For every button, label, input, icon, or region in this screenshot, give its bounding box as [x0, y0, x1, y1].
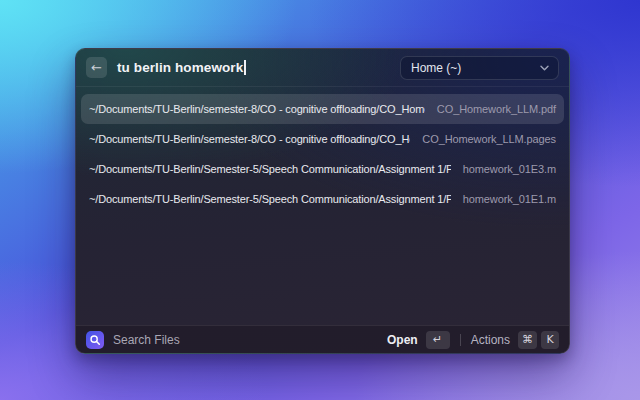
k-key-badge: K [541, 331, 559, 349]
search-query-text: tu berlin homework [117, 60, 243, 75]
chevron-down-icon [540, 65, 549, 71]
result-path: ~/Documents/TU-Berlin/Semester-5/Speech … [89, 193, 451, 205]
magnifier-icon [89, 334, 101, 346]
result-path: ~/Documents/TU-Berlin/Semester-5/Speech … [89, 163, 451, 175]
search-files-app-icon [86, 331, 104, 349]
result-path: ~/Documents/TU-Berlin/semester-8/CO - co… [89, 133, 410, 145]
result-filename: homework_01E1.m [463, 193, 556, 205]
empty-results-area [76, 214, 569, 325]
footer-actions: Open ↵ Actions ⌘ K [387, 331, 559, 349]
cmd-key-badge: ⌘ [518, 331, 537, 349]
result-row[interactable]: ~/Documents/TU-Berlin/semester-8/CO - co… [81, 94, 564, 124]
back-arrow-icon: ← [91, 60, 102, 75]
result-path: ~/Documents/TU-Berlin/semester-8/CO - co… [89, 103, 425, 115]
enter-key-badge: ↵ [426, 331, 450, 349]
result-filename: homework_01E3.m [463, 163, 556, 175]
results-list: ~/Documents/TU-Berlin/semester-8/CO - co… [76, 87, 569, 214]
footer: Search Files Open ↵ Actions ⌘ K [76, 325, 569, 353]
actions-menu-button[interactable]: Actions [471, 333, 510, 347]
result-filename: CO_Homework_LLM.pdf [437, 103, 556, 115]
desktop-wallpaper: ← tu berlin homework Home (~) ~/Document… [0, 0, 640, 400]
footer-app: Search Files [86, 331, 180, 349]
result-row[interactable]: ~/Documents/TU-Berlin/Semester-5/Speech … [81, 154, 564, 184]
scope-dropdown[interactable]: Home (~) [400, 56, 559, 80]
desktop: { "window": { "header": { "back_icon": "… [0, 0, 640, 400]
text-caret [244, 60, 246, 75]
back-button[interactable]: ← [86, 57, 107, 78]
result-row[interactable]: ~/Documents/TU-Berlin/semester-8/CO - co… [81, 124, 564, 154]
footer-app-name: Search Files [113, 333, 180, 347]
launcher-window: ← tu berlin homework Home (~) ~/Document… [75, 48, 570, 354]
footer-separator [460, 334, 461, 346]
open-action-button[interactable]: Open [387, 333, 418, 347]
search-header: ← tu berlin homework Home (~) [76, 49, 569, 87]
scope-dropdown-value: Home (~) [411, 61, 461, 75]
search-input[interactable]: tu berlin homework [117, 60, 400, 75]
result-row[interactable]: ~/Documents/TU-Berlin/Semester-5/Speech … [81, 184, 564, 214]
result-filename: CO_Homework_LLM.pages [422, 133, 556, 145]
